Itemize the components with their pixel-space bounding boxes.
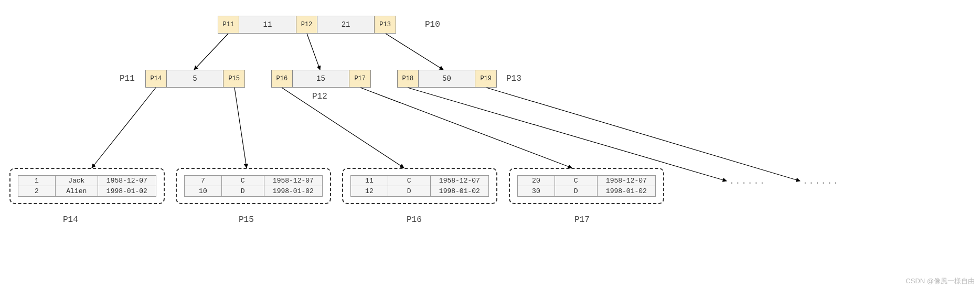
mid-left-label: P11 [120,74,135,83]
leaf-p14: 1 Jack 1958-12-07 2 Alien 1998-01-02 [9,168,165,204]
leaf-p15-table: 7 C 1958-12-07 10 D 1998-01-02 [184,175,323,197]
table-row: 10 D 1998-01-02 [185,186,323,197]
cell: D [221,186,264,197]
cell: 12 [351,186,388,197]
cell: 1958-12-07 [98,176,156,186]
leaf-p17-table: 20 C 1958-12-07 30 D 1998-01-02 [517,175,656,197]
leaf-p16-table: 11 C 1958-12-07 12 D 1998-01-02 [350,175,489,197]
tree-arrows [0,0,980,288]
cell: 30 [518,186,555,197]
cell: 7 [185,176,222,186]
cell: 10 [185,186,222,197]
cell: 1958-12-07 [430,176,488,186]
cell: 11 [351,176,388,186]
root-node: P11 11 P12 21 P13 [218,16,396,34]
leaf-p17-label: P17 [574,215,590,225]
mid-right-node: P18 50 P19 [397,70,497,88]
cell: 1958-12-07 [264,176,322,186]
mid-center-key: 15 [293,70,350,87]
cell: C [221,176,264,186]
cell: 2 [18,186,56,197]
root-key-0: 11 [239,16,296,33]
svg-line-1 [307,34,320,70]
cell: 20 [518,176,555,186]
cell: D [555,186,597,197]
cell: 1 [18,176,56,186]
root-ptr-0: P11 [218,16,239,33]
ellipsis-left: ······ [729,178,766,188]
svg-line-5 [282,88,404,168]
mid-left-node: P14 5 P15 [145,70,245,88]
cell: C [555,176,597,186]
mid-right-ptr-0: P18 [398,70,419,87]
root-ptr-2: P13 [375,16,396,33]
mid-left-ptr-0: P14 [146,70,167,87]
mid-center-ptr-0: P16 [272,70,293,87]
table-row: 7 C 1958-12-07 [185,176,323,186]
cell: 1998-01-02 [264,186,322,197]
leaf-p15-label: P15 [239,215,254,225]
table-row: 30 D 1998-01-02 [518,186,656,197]
svg-line-4 [235,88,247,168]
mid-right-label: P13 [506,74,521,83]
leaf-p17: 20 C 1958-12-07 30 D 1998-01-02 [509,168,664,204]
table-row: 2 Alien 1998-01-02 [18,186,156,197]
root-label: P10 [425,20,440,29]
table-row: 11 C 1958-12-07 [351,176,489,186]
leaf-p14-table: 1 Jack 1958-12-07 2 Alien 1998-01-02 [18,175,156,197]
table-row: 1 Jack 1958-12-07 [18,176,156,186]
svg-line-0 [194,34,228,70]
mid-center-label: P12 [312,92,327,101]
leaf-p16: 11 C 1958-12-07 12 D 1998-01-02 [342,168,497,204]
mid-right-key: 50 [419,70,476,87]
cell: 1998-01-02 [597,186,655,197]
leaf-p16-label: P16 [407,215,422,225]
root-key-1: 21 [317,16,375,33]
cell: Jack [55,176,98,186]
mid-right-ptr-1: P19 [475,70,496,87]
svg-line-6 [360,88,572,168]
mid-center-node: P16 15 P17 [271,70,371,88]
leaf-p14-label: P14 [63,215,78,225]
cell: C [388,176,430,186]
ellipsis-right: ······ [803,178,839,188]
cell: 1958-12-07 [597,176,655,186]
table-row: 12 D 1998-01-02 [351,186,489,197]
cell: D [388,186,430,197]
svg-line-7 [408,88,727,181]
table-row: 20 C 1958-12-07 [518,176,656,186]
mid-left-key: 5 [167,70,224,87]
svg-line-2 [386,34,443,70]
mid-center-ptr-1: P17 [349,70,370,87]
svg-line-3 [92,88,156,168]
svg-line-8 [486,88,800,181]
root-ptr-1: P12 [296,16,317,33]
watermark: CSDN @像風一様自由 [906,276,975,286]
mid-left-ptr-1: P15 [223,70,244,87]
cell: Alien [55,186,98,197]
cell: 1998-01-02 [430,186,488,197]
cell: 1998-01-02 [98,186,156,197]
leaf-p15: 7 C 1958-12-07 10 D 1998-01-02 [176,168,331,204]
